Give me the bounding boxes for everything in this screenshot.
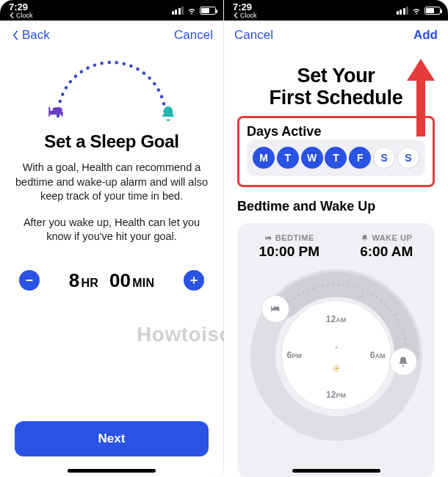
bedtime-wakeup-card: BEDTIME 10:00 PM WAKE UP 6:00 AM [237,223,435,477]
sleep-dial[interactable]: 12AM 6AM 12PM 6PM [248,267,424,443]
sun-icon [332,363,341,376]
status-time: 7:29 [9,2,33,12]
day-toggle-sun[interactable]: S [397,147,419,169]
battery-icon [200,7,216,15]
star-icon [333,342,340,355]
bedtime-column: BEDTIME 10:00 PM [259,233,319,260]
cancel-button[interactable]: Cancel [234,28,273,43]
status-bar: 7:29 Clock [0,0,223,21]
bed-icon [46,102,65,124]
bedtime-value: 10:00 PM [259,244,319,260]
nav-bar: Back Cancel [0,21,223,50]
bed-icon [264,234,272,242]
chevron-left-icon [9,12,15,18]
home-indicator[interactable] [68,469,156,473]
wakeup-value: 6:00 AM [360,244,413,260]
status-right-icons [172,5,217,15]
day-toggle-tue[interactable]: T [277,147,299,169]
day-toggle-fri[interactable]: F [349,147,371,169]
plus-icon [188,274,200,286]
dial-label-12pm: 12PM [326,390,346,400]
wifi-icon [411,5,422,15]
description-text-2: After you wake up, Health can let you kn… [15,216,209,244]
increase-button[interactable] [184,270,204,291]
svg-rect-0 [26,280,32,281]
battery-icon [424,7,441,15]
bell-icon [361,234,369,242]
bell-icon [159,105,177,125]
dial-label-12am: 12AM [326,314,346,324]
bell-icon [397,356,409,368]
sleep-arc-graphic [49,59,174,121]
status-right-icons [397,5,441,15]
sleep-goal-stepper: 8HR 00MIN [15,269,209,292]
days-active-selector: M T W T F S S [247,139,425,176]
day-toggle-wed[interactable]: W [301,147,323,169]
days-active-heading: Days Active [247,124,425,139]
wifi-icon [187,5,197,15]
wakeup-column: WAKE UP 6:00 AM [360,233,413,260]
svg-line-7 [333,366,334,367]
breadcrumb[interactable]: Clock [233,12,257,19]
home-indicator[interactable] [292,469,380,473]
bed-icon [270,303,281,315]
cancel-button[interactable]: Cancel [174,28,213,43]
day-toggle-mon[interactable]: M [253,147,275,169]
svg-line-8 [338,371,339,371]
chevron-left-icon [233,12,239,18]
svg-point-2 [335,368,338,371]
decrease-button[interactable] [19,270,40,291]
svg-line-9 [338,366,339,367]
day-toggle-sat[interactable]: S [373,147,395,169]
page-title: Set YourFirst Schedule [237,65,435,109]
sleep-goal-value: 8HR 00MIN [69,269,154,292]
phone-screen-sleep-goal: 7:29 Clock Back Cancel [0,0,224,477]
cellular-icon [172,7,184,15]
bedtime-wakeup-heading: Bedtime and Wake Up [237,199,435,214]
dial-label-6am: 6AM [370,350,386,360]
svg-line-10 [333,371,334,371]
days-active-annotation-box: Days Active M T W T F S S [237,116,435,187]
dial-label-6pm: 6PM [287,350,302,360]
next-button[interactable]: Next [15,421,209,456]
breadcrumb[interactable]: Clock [9,12,33,19]
status-bar: 7:29 Clock [224,0,448,21]
nav-bar: Cancel Add [224,21,448,50]
cellular-icon [397,7,409,15]
back-button[interactable]: Back [10,28,50,43]
phone-screen-first-schedule: 7:29 Clock Cancel Add Set YourFirst Sche… [224,0,448,477]
minus-icon [24,274,35,286]
page-title: Set a Sleep Goal [44,131,178,152]
day-toggle-thu[interactable]: T [325,147,347,169]
chevron-left-icon [10,30,21,40]
wakeup-handle[interactable] [389,348,417,376]
description-text-1: With a goal, Health can recommend a bedt… [15,161,209,204]
bedtime-handle[interactable] [261,295,289,323]
status-time: 7:29 [233,2,257,12]
add-button[interactable]: Add [413,28,438,43]
